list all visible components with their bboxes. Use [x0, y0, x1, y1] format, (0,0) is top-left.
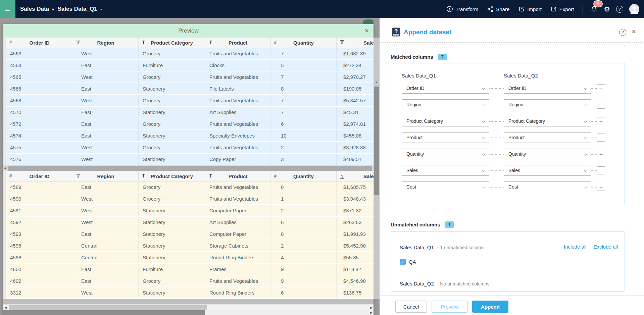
table-row: 4602EastGroceryFruits and Vegetables9$4,… — [6, 275, 374, 287]
horizontal-scrollbar[interactable]: ◀ — [3, 165, 374, 171]
scroll-left-icon[interactable]: ◀ — [4, 306, 7, 309]
left-dataset-label: Sales Data_Q1 — [402, 73, 436, 78]
column-header[interactable]: $Sales — [336, 171, 374, 181]
table-cell: $5,452.90 — [336, 240, 374, 251]
scrollbar-thumb[interactable] — [8, 166, 372, 171]
unmatched-columns-title: Unmatched columns — [391, 222, 440, 227]
remove-match-button[interactable]: – — [597, 134, 605, 142]
horizontal-scrollbar[interactable]: ▶ — [3, 310, 374, 315]
scroll-up-icon[interactable]: ▲ — [375, 81, 378, 84]
matched-column-select-right[interactable]: Region — [504, 99, 591, 110]
panel-close-icon[interactable]: × — [632, 27, 636, 36]
table-cell: $455.08 — [336, 130, 374, 141]
unmatched-column-checkbox-row[interactable]: ✓ QA — [400, 259, 416, 265]
table-cell: Copy Paper — [205, 154, 270, 165]
text-type-icon: T — [77, 173, 80, 179]
scroll-right-icon[interactable]: ▶ — [370, 311, 373, 314]
remove-match-button[interactable]: – — [597, 117, 605, 125]
horizontal-scrollbar[interactable]: ◀ ▶ — [3, 304, 374, 310]
text-type-icon: T — [209, 40, 212, 45]
matched-column-select-left[interactable]: Product — [402, 132, 489, 143]
column-header[interactable]: TRegion — [73, 171, 138, 181]
checkbox-checked-icon[interactable]: ✓ — [400, 259, 406, 265]
column-header[interactable]: TProduct Category — [138, 171, 205, 181]
horizontal-scrollbar-thumb-band[interactable] — [3, 299, 374, 304]
table-cell: Frames — [205, 264, 270, 275]
match-connector-line — [489, 88, 504, 89]
export-button[interactable]: Export — [550, 6, 574, 12]
column-header[interactable]: TProduct — [205, 38, 270, 48]
column-header-label: Region — [97, 40, 114, 46]
matched-column-select-left[interactable]: Cost — [402, 181, 489, 192]
scrollbar-thumb[interactable] — [374, 87, 379, 195]
panel-help-button[interactable]: ? — [619, 29, 626, 36]
remove-match-button[interactable]: – — [597, 183, 605, 191]
column-header[interactable]: TRegion — [73, 38, 138, 48]
table-cell: East — [73, 264, 138, 275]
table-cell: 4566 — [6, 83, 73, 94]
scroll-right-icon[interactable]: ▶ — [370, 306, 373, 309]
notifications-button[interactable]: 9 — [590, 5, 598, 13]
help-button[interactable]: ? — [616, 6, 623, 13]
matched-column-select-right[interactable]: Cost — [504, 181, 591, 192]
breadcrumb-parent[interactable]: Sales Data — [20, 6, 49, 12]
column-header[interactable]: #Order ID — [6, 171, 73, 181]
column-header[interactable]: #Quantity — [270, 171, 336, 181]
column-header[interactable]: $Sales — [336, 38, 374, 48]
scroll-left-icon[interactable]: ◀ — [4, 166, 6, 170]
settings-button[interactable]: ⚙ — [604, 6, 610, 13]
matched-column-select-left[interactable]: Order ID — [402, 83, 489, 94]
column-header[interactable]: TProduct Category — [138, 38, 205, 48]
matched-column-pair-row: Product CategoryProduct Category– — [402, 116, 616, 126]
share-label: Share — [496, 6, 509, 12]
scrollbar-thumb[interactable] — [9, 305, 207, 310]
share-button[interactable]: Share — [487, 6, 509, 12]
select-value: Sales — [504, 165, 591, 175]
remove-match-button[interactable]: – — [597, 150, 605, 158]
matched-column-select-right[interactable]: Sales — [504, 165, 591, 176]
table-cell: $409.51 — [336, 154, 374, 165]
matched-column-select-right[interactable]: Product — [504, 132, 591, 143]
matched-column-select-right[interactable]: Product Category — [504, 116, 591, 126]
include-all-link[interactable]: Include all — [564, 244, 587, 250]
vertical-scrollbar[interactable]: ▲ — [374, 38, 380, 299]
matched-columns-box: Sales Data_Q1 Sales Data_Q2 Order IDOrde… — [391, 63, 625, 205]
column-header[interactable]: #Order ID — [6, 38, 73, 48]
table-cell: 7 — [270, 107, 336, 118]
table-cell: Fruits and Vegetables — [205, 193, 270, 204]
exclude-all-link[interactable]: Exclude all — [593, 244, 618, 250]
breadcrumb-current[interactable]: Sales Data_Q1 — [58, 6, 97, 12]
remove-match-button[interactable]: – — [597, 84, 605, 92]
preview-button[interactable]: Preview — [432, 301, 468, 313]
table-cell: Fruits and Vegetables — [205, 118, 270, 129]
table-cell: Round Ring Binders — [205, 287, 270, 298]
remove-match-button[interactable]: – — [597, 166, 605, 174]
matched-column-select-right[interactable]: Order ID — [504, 83, 591, 94]
table-cell: 4589 — [6, 181, 73, 193]
unmatched-left-row: Sales Data_Q1 - 1 unmatched column — [400, 245, 484, 250]
matched-column-select-left[interactable]: Sales — [402, 165, 489, 176]
remove-match-button[interactable]: – — [597, 101, 605, 109]
matched-column-select-left[interactable]: Region — [402, 99, 489, 110]
table-cell: 2 — [270, 142, 336, 153]
matched-column-select-left[interactable]: Product Category — [402, 116, 489, 126]
back-button[interactable]: ← — [0, 0, 15, 18]
matched-column-select-right[interactable]: Quantity — [504, 149, 591, 159]
append-button[interactable]: Append — [472, 301, 508, 313]
table-cell: 8 — [270, 228, 336, 240]
table-cell: $871.32 — [336, 205, 374, 216]
scrollbar-thumb[interactable] — [3, 310, 205, 315]
matched-column-select-left[interactable]: Quantity — [402, 149, 489, 159]
user-avatar[interactable] — [629, 4, 639, 14]
chevron-down-icon[interactable]: ▾ — [100, 7, 102, 11]
transform-button[interactable]: Transform — [446, 6, 478, 12]
column-header[interactable]: #Quantity — [270, 38, 336, 48]
import-button[interactable]: Import — [518, 6, 542, 12]
cancel-button[interactable]: Cancel — [395, 301, 427, 313]
close-icon[interactable]: × — [365, 27, 369, 34]
table-cell: Grocery — [138, 142, 205, 153]
table-cell: $263.63 — [336, 217, 374, 228]
column-header[interactable]: TProduct — [205, 171, 270, 181]
preview-panel-header: Preview × — [3, 24, 374, 38]
append-dataset-icon — [392, 27, 401, 37]
